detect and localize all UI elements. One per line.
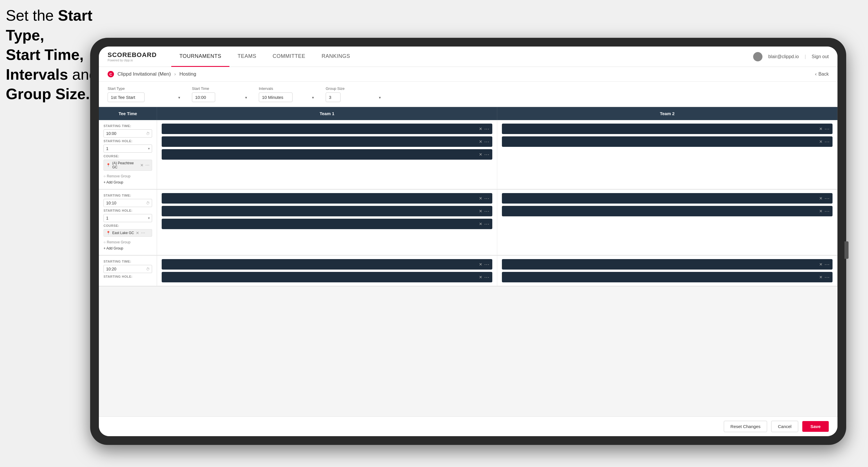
tablet-shell: SCOREBOARD Powered by clipp.io TOURNAMEN… xyxy=(90,38,846,445)
player-slot-1-3: ✕ ⋯ xyxy=(162,149,492,160)
slot-more-5-2[interactable]: ⋯ xyxy=(484,274,489,280)
starting-hole-label-1: STARTING HOLE: xyxy=(103,139,152,143)
starting-time-input-3[interactable] xyxy=(103,265,152,273)
slot-close-3-3[interactable]: ✕ xyxy=(479,222,483,226)
starting-time-label-1: STARTING TIME: xyxy=(103,124,152,128)
starting-hole-select-1[interactable]: 1 xyxy=(103,145,152,153)
slot-more-1-1[interactable]: ⋯ xyxy=(484,126,489,132)
subheader: C Clippd Invitational (Men) › Hosting ‹ … xyxy=(99,67,837,82)
save-button[interactable]: Save xyxy=(802,421,829,432)
slot-more-4-1[interactable]: ⋯ xyxy=(825,195,830,201)
slot-more-1-3[interactable]: ⋯ xyxy=(484,151,489,158)
add-group-btn-1[interactable]: + Add Group xyxy=(103,180,152,185)
starting-time-label-3: STARTING TIME: xyxy=(103,260,152,263)
slot-close-5-2[interactable]: ✕ xyxy=(479,275,483,279)
remove-group-btn-1[interactable]: ○ Remove Group xyxy=(103,174,152,179)
starting-time-input-wrapper-1: ⏱ xyxy=(103,129,152,137)
player-slot-5-1: ✕ ⋯ xyxy=(162,259,492,270)
player-slot-4-2: ✕ ⋯ xyxy=(502,206,833,216)
start-type-field: Start Type 1st Tee Start xyxy=(107,86,183,102)
course-tag-2: 📍 East Lake GC ✕ ⋯ xyxy=(103,229,152,237)
slot-more-2-2[interactable]: ⋯ xyxy=(825,138,830,145)
player-slot-2-1: ✕ ⋯ xyxy=(502,124,833,134)
slot-more-6-1[interactable]: ⋯ xyxy=(825,261,830,268)
slot-close-2-2[interactable]: ✕ xyxy=(819,139,823,144)
slot-more-3-3[interactable]: ⋯ xyxy=(484,221,489,227)
tee-group-3: STARTING TIME: ⏱ STARTING HOLE: ✕ ⋯ ✕ ⋯ xyxy=(99,256,837,286)
slot-close-4-2[interactable]: ✕ xyxy=(819,209,823,213)
course-tag-1: 📍 (A) Peachtree GC ✕ ⋯ xyxy=(103,160,152,171)
start-time-select[interactable]: 10:00 xyxy=(192,92,215,102)
slot-close-4-1[interactable]: ✕ xyxy=(819,196,823,200)
slot-more-1-2[interactable]: ⋯ xyxy=(484,138,489,145)
tee-team2-group3: ✕ ⋯ ✕ ⋯ xyxy=(497,256,837,286)
slot-close-2-1[interactable]: ✕ xyxy=(819,126,823,131)
starting-hole-select-2[interactable]: 1 xyxy=(103,214,152,222)
slot-close-1-3[interactable]: ✕ xyxy=(479,152,483,157)
starting-time-input-2[interactable] xyxy=(103,199,152,207)
slot-close-5-1[interactable]: ✕ xyxy=(479,262,483,267)
nav-tab-tournaments[interactable]: TOURNAMENTS xyxy=(171,46,229,67)
cancel-button[interactable]: Cancel xyxy=(771,421,798,432)
slot-more-2-1[interactable]: ⋯ xyxy=(825,126,830,132)
starting-hole-select-wrapper-2: 1 xyxy=(103,214,152,222)
tablet-screen: SCOREBOARD Powered by clipp.io TOURNAMEN… xyxy=(99,46,837,436)
player-slot-2-2: ✕ ⋯ xyxy=(502,136,833,147)
back-button[interactable]: ‹ Back xyxy=(815,71,829,77)
course-remove-1[interactable]: ✕ xyxy=(140,163,144,167)
course-more-1[interactable]: ⋯ xyxy=(145,163,150,167)
start-type-select[interactable]: 1st Tee Start xyxy=(107,92,145,102)
settings-row: Start Type 1st Tee Start Start Time 10:0… xyxy=(99,82,837,107)
slot-more-4-2[interactable]: ⋯ xyxy=(825,208,830,214)
starting-time-label-2: STARTING TIME: xyxy=(103,194,152,197)
breadcrumb-icon: C xyxy=(107,71,114,77)
sign-out-link[interactable]: Sign out xyxy=(812,54,829,59)
tee-left-1: STARTING TIME: ⏱ STARTING HOLE: 1 COURSE… xyxy=(99,120,157,189)
nav-tab-rankings[interactable]: RANKINGS xyxy=(313,46,358,67)
slot-more-3-1[interactable]: ⋯ xyxy=(484,195,489,201)
breadcrumb: C Clippd Invitational (Men) › Hosting xyxy=(107,71,196,77)
breadcrumb-tournament[interactable]: Clippd Invitational (Men) xyxy=(118,71,171,77)
group-size-field: Group Size 3 xyxy=(326,86,384,102)
player-slot-5-2: ✕ ⋯ xyxy=(162,272,492,282)
annotation-text: Set the Start Type, Start Time, Interval… xyxy=(6,6,99,104)
player-slot-4-1: ✕ ⋯ xyxy=(502,193,833,204)
player-slot-3-1: ✕ ⋯ xyxy=(162,193,492,204)
slot-more-6-2[interactable]: ⋯ xyxy=(825,274,830,280)
slot-more-3-2[interactable]: ⋯ xyxy=(484,208,489,214)
course-name-2: East Lake GC xyxy=(112,231,134,235)
breadcrumb-separator: › xyxy=(174,71,176,77)
slot-close-6-1[interactable]: ✕ xyxy=(819,262,823,267)
player-slot-3-3: ✕ ⋯ xyxy=(162,219,492,229)
tee-team1-group3: ✕ ⋯ ✕ ⋯ xyxy=(157,256,497,286)
starting-hole-select-wrapper-1: 1 xyxy=(103,145,152,153)
intervals-select[interactable]: 10 Minutes xyxy=(259,92,292,102)
course-more-2[interactable]: ⋯ xyxy=(141,230,145,235)
start-time-select-wrapper: 10:00 xyxy=(192,92,250,102)
slot-close-1-2[interactable]: ✕ xyxy=(479,139,483,144)
footer: Reset Changes Cancel Save xyxy=(99,416,837,436)
th-team1: Team 1 xyxy=(157,107,497,120)
player-slot-1-1: ✕ ⋯ xyxy=(162,124,492,134)
course-remove-2[interactable]: ✕ xyxy=(136,230,139,235)
start-type-label: Start Type xyxy=(107,86,183,91)
slot-close-1-1[interactable]: ✕ xyxy=(479,126,483,131)
reset-changes-button[interactable]: Reset Changes xyxy=(724,421,767,432)
course-icon-1: 📍 xyxy=(106,163,111,167)
slot-close-3-2[interactable]: ✕ xyxy=(479,209,483,213)
slot-more-5-1[interactable]: ⋯ xyxy=(484,261,489,268)
nav-tabs: TOURNAMENTS TEAMS COMMITTEE RANKINGS xyxy=(171,46,753,67)
nav-tab-teams[interactable]: TEAMS xyxy=(229,46,265,67)
remove-group-btn-2[interactable]: ○ Remove Group xyxy=(103,240,152,245)
add-group-btn-2[interactable]: + Add Group xyxy=(103,246,152,251)
main-content: Tee Time Team 1 Team 2 STARTING TIME: ⏱ … xyxy=(99,107,837,416)
player-slot-3-2: ✕ ⋯ xyxy=(162,206,492,216)
course-label-2: COURSE: xyxy=(103,224,152,227)
slot-close-3-1[interactable]: ✕ xyxy=(479,196,483,200)
nav-right: blair@clippd.io | Sign out xyxy=(753,52,829,61)
group-size-select[interactable]: 3 xyxy=(326,92,341,102)
nav-tab-committee[interactable]: COMMITTEE xyxy=(265,46,314,67)
starting-time-input-1[interactable] xyxy=(103,129,152,137)
tee-group-2: STARTING TIME: ⏱ STARTING HOLE: 1 COURSE… xyxy=(99,190,837,256)
slot-close-6-2[interactable]: ✕ xyxy=(819,275,823,279)
